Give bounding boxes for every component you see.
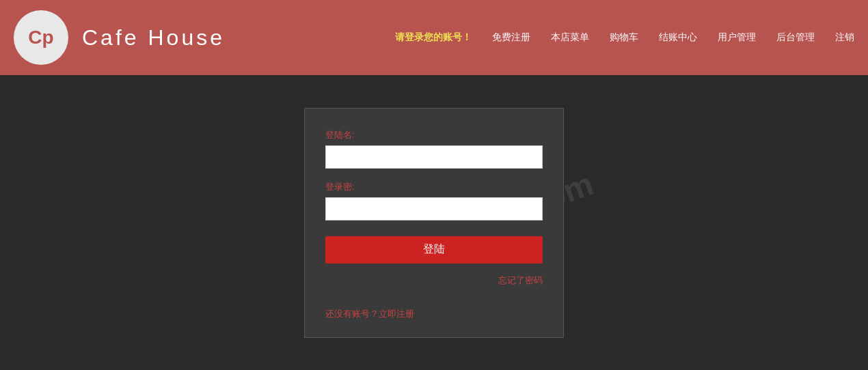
main-nav: 请登录您的账号！ 免费注册 本店菜单 购物车 结账中心 用户管理 后台管理 注销 [395, 31, 854, 44]
login-button[interactable]: 登陆 [325, 236, 543, 264]
nav-cart[interactable]: 购物车 [610, 31, 638, 44]
nav-logout[interactable]: 注销 [835, 31, 854, 44]
nav-checkout[interactable]: 结账中心 [659, 31, 697, 44]
forgot-password-link[interactable]: 忘记了密码 [498, 275, 543, 285]
register-link-section: 还没有账号？立即注册 [325, 300, 543, 320]
password-group: 登录密: [325, 181, 543, 220]
nav-admin[interactable]: 后台管理 [776, 31, 815, 44]
nav-menu[interactable]: 本店菜单 [551, 31, 589, 44]
header: Cp Cafe House 请登录您的账号！ 免费注册 本店菜单 购物车 结账中… [0, 0, 868, 75]
site-title: Cafe House [82, 25, 225, 51]
username-group: 登陆名: [325, 129, 543, 169]
nav-login-prompt[interactable]: 请登录您的账号！ [395, 31, 472, 44]
main-content: www.httrd.com 登陆名: 登录密: 登陆 忘记了密码 还没有账号？立… [0, 75, 868, 370]
nav-user-mgmt[interactable]: 用户管理 [718, 31, 756, 44]
nav-register[interactable]: 免费注册 [492, 31, 530, 44]
logo-text: Cp [28, 27, 53, 48]
logo-circle: Cp [14, 10, 68, 65]
login-card: 登陆名: 登录密: 登陆 忘记了密码 还没有账号？立即注册 [304, 108, 564, 338]
password-label: 登录密: [325, 181, 543, 193]
forgot-password-section: 忘记了密码 [325, 274, 543, 287]
username-input[interactable] [325, 145, 543, 169]
username-label: 登陆名: [325, 129, 543, 141]
password-input[interactable] [325, 197, 543, 220]
register-link[interactable]: 还没有账号？立即注册 [325, 309, 414, 319]
